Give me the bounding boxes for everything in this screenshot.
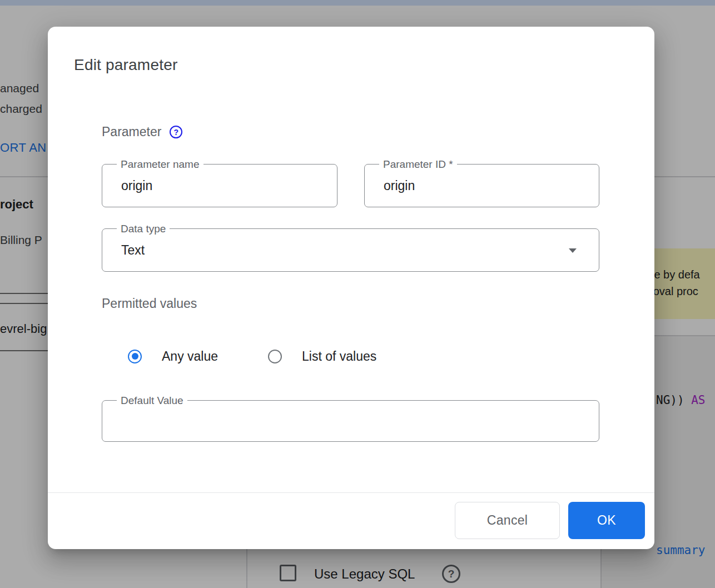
parameter-id-field[interactable]: Parameter ID *: [364, 164, 599, 207]
default-value-input[interactable]: [102, 401, 599, 441]
dialog-title: Edit parameter: [74, 56, 177, 74]
radio-any-value-label: Any value: [162, 349, 218, 364]
parameter-name-field[interactable]: Parameter name: [102, 164, 337, 207]
radio-unselected-icon[interactable]: [268, 350, 282, 363]
parameter-id-input[interactable]: [365, 165, 599, 207]
edit-parameter-dialog: Edit parameter Parameter ? Parameter nam…: [48, 27, 654, 549]
radio-dot: [132, 353, 138, 360]
cancel-button[interactable]: Cancel: [455, 502, 560, 539]
parameter-name-input[interactable]: [102, 165, 337, 207]
radio-list-of-values[interactable]: List of values: [268, 348, 376, 365]
question-glyph: ?: [174, 128, 179, 137]
footer-divider: [48, 492, 654, 493]
data-type-value: Text: [121, 243, 145, 258]
chevron-down-icon: [569, 248, 577, 253]
ok-button[interactable]: OK: [568, 502, 645, 539]
parameter-help-icon[interactable]: ?: [170, 126, 182, 138]
data-type-select[interactable]: Data type Text: [102, 228, 599, 272]
radio-selected-icon[interactable]: [128, 350, 142, 363]
parameter-section-label: Parameter: [102, 124, 161, 139]
permitted-values-label: Permitted values: [102, 296, 197, 311]
default-value-field[interactable]: Default Value: [102, 400, 599, 442]
radio-list-of-values-label: List of values: [302, 349, 376, 364]
parameter-section-header: Parameter ?: [102, 124, 182, 139]
radio-any-value[interactable]: Any value: [128, 348, 218, 365]
data-type-label: Data type: [117, 223, 170, 235]
